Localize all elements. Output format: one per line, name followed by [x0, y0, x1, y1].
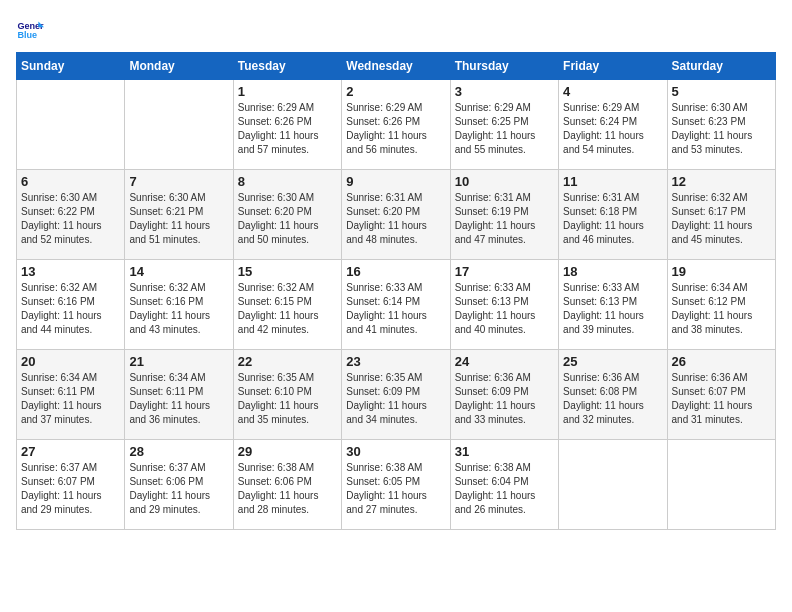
- calendar-cell: 4Sunrise: 6:29 AMSunset: 6:24 PMDaylight…: [559, 80, 667, 170]
- day-detail: Sunrise: 6:36 AMSunset: 6:07 PMDaylight:…: [672, 371, 771, 427]
- calendar-cell: 26Sunrise: 6:36 AMSunset: 6:07 PMDayligh…: [667, 350, 775, 440]
- calendar-cell: 24Sunrise: 6:36 AMSunset: 6:09 PMDayligh…: [450, 350, 558, 440]
- day-detail: Sunrise: 6:33 AMSunset: 6:14 PMDaylight:…: [346, 281, 445, 337]
- calendar-cell: 28Sunrise: 6:37 AMSunset: 6:06 PMDayligh…: [125, 440, 233, 530]
- day-number: 15: [238, 264, 337, 279]
- day-number: 17: [455, 264, 554, 279]
- day-number: 11: [563, 174, 662, 189]
- day-number: 19: [672, 264, 771, 279]
- day-number: 31: [455, 444, 554, 459]
- calendar-cell: 14Sunrise: 6:32 AMSunset: 6:16 PMDayligh…: [125, 260, 233, 350]
- weekday-header-row: SundayMondayTuesdayWednesdayThursdayFrid…: [17, 53, 776, 80]
- day-detail: Sunrise: 6:32 AMSunset: 6:17 PMDaylight:…: [672, 191, 771, 247]
- day-number: 14: [129, 264, 228, 279]
- page-header: General Blue: [16, 16, 776, 44]
- calendar-cell: [125, 80, 233, 170]
- weekday-header-tuesday: Tuesday: [233, 53, 341, 80]
- calendar-cell: 25Sunrise: 6:36 AMSunset: 6:08 PMDayligh…: [559, 350, 667, 440]
- calendar-cell: 30Sunrise: 6:38 AMSunset: 6:05 PMDayligh…: [342, 440, 450, 530]
- day-number: 27: [21, 444, 120, 459]
- day-detail: Sunrise: 6:29 AMSunset: 6:26 PMDaylight:…: [346, 101, 445, 157]
- day-number: 28: [129, 444, 228, 459]
- calendar-cell: [667, 440, 775, 530]
- calendar-cell: 19Sunrise: 6:34 AMSunset: 6:12 PMDayligh…: [667, 260, 775, 350]
- day-detail: Sunrise: 6:31 AMSunset: 6:18 PMDaylight:…: [563, 191, 662, 247]
- calendar-cell: 15Sunrise: 6:32 AMSunset: 6:15 PMDayligh…: [233, 260, 341, 350]
- day-detail: Sunrise: 6:35 AMSunset: 6:09 PMDaylight:…: [346, 371, 445, 427]
- day-detail: Sunrise: 6:38 AMSunset: 6:06 PMDaylight:…: [238, 461, 337, 517]
- day-number: 30: [346, 444, 445, 459]
- calendar-cell: [559, 440, 667, 530]
- day-number: 6: [21, 174, 120, 189]
- day-detail: Sunrise: 6:38 AMSunset: 6:05 PMDaylight:…: [346, 461, 445, 517]
- day-detail: Sunrise: 6:34 AMSunset: 6:11 PMDaylight:…: [129, 371, 228, 427]
- calendar-cell: 3Sunrise: 6:29 AMSunset: 6:25 PMDaylight…: [450, 80, 558, 170]
- day-detail: Sunrise: 6:30 AMSunset: 6:21 PMDaylight:…: [129, 191, 228, 247]
- day-detail: Sunrise: 6:36 AMSunset: 6:09 PMDaylight:…: [455, 371, 554, 427]
- day-detail: Sunrise: 6:34 AMSunset: 6:12 PMDaylight:…: [672, 281, 771, 337]
- day-number: 2: [346, 84, 445, 99]
- day-number: 22: [238, 354, 337, 369]
- weekday-header-wednesday: Wednesday: [342, 53, 450, 80]
- day-detail: Sunrise: 6:32 AMSunset: 6:15 PMDaylight:…: [238, 281, 337, 337]
- day-number: 1: [238, 84, 337, 99]
- calendar-cell: 9Sunrise: 6:31 AMSunset: 6:20 PMDaylight…: [342, 170, 450, 260]
- calendar-header: SundayMondayTuesdayWednesdayThursdayFrid…: [17, 53, 776, 80]
- calendar-cell: 5Sunrise: 6:30 AMSunset: 6:23 PMDaylight…: [667, 80, 775, 170]
- day-detail: Sunrise: 6:30 AMSunset: 6:20 PMDaylight:…: [238, 191, 337, 247]
- day-detail: Sunrise: 6:33 AMSunset: 6:13 PMDaylight:…: [563, 281, 662, 337]
- calendar-cell: 2Sunrise: 6:29 AMSunset: 6:26 PMDaylight…: [342, 80, 450, 170]
- weekday-header-friday: Friday: [559, 53, 667, 80]
- day-number: 29: [238, 444, 337, 459]
- calendar-cell: 13Sunrise: 6:32 AMSunset: 6:16 PMDayligh…: [17, 260, 125, 350]
- calendar-week-row: 13Sunrise: 6:32 AMSunset: 6:16 PMDayligh…: [17, 260, 776, 350]
- weekday-header-monday: Monday: [125, 53, 233, 80]
- calendar-table: SundayMondayTuesdayWednesdayThursdayFrid…: [16, 52, 776, 530]
- weekday-header-saturday: Saturday: [667, 53, 775, 80]
- day-detail: Sunrise: 6:30 AMSunset: 6:23 PMDaylight:…: [672, 101, 771, 157]
- day-number: 4: [563, 84, 662, 99]
- day-detail: Sunrise: 6:38 AMSunset: 6:04 PMDaylight:…: [455, 461, 554, 517]
- day-detail: Sunrise: 6:32 AMSunset: 6:16 PMDaylight:…: [129, 281, 228, 337]
- calendar-cell: 21Sunrise: 6:34 AMSunset: 6:11 PMDayligh…: [125, 350, 233, 440]
- calendar-cell: 23Sunrise: 6:35 AMSunset: 6:09 PMDayligh…: [342, 350, 450, 440]
- day-detail: Sunrise: 6:36 AMSunset: 6:08 PMDaylight:…: [563, 371, 662, 427]
- day-number: 21: [129, 354, 228, 369]
- calendar-cell: 18Sunrise: 6:33 AMSunset: 6:13 PMDayligh…: [559, 260, 667, 350]
- day-detail: Sunrise: 6:35 AMSunset: 6:10 PMDaylight:…: [238, 371, 337, 427]
- calendar-cell: 29Sunrise: 6:38 AMSunset: 6:06 PMDayligh…: [233, 440, 341, 530]
- day-detail: Sunrise: 6:32 AMSunset: 6:16 PMDaylight:…: [21, 281, 120, 337]
- logo-icon: General Blue: [16, 16, 44, 44]
- day-detail: Sunrise: 6:30 AMSunset: 6:22 PMDaylight:…: [21, 191, 120, 247]
- calendar-week-row: 27Sunrise: 6:37 AMSunset: 6:07 PMDayligh…: [17, 440, 776, 530]
- calendar-cell: 17Sunrise: 6:33 AMSunset: 6:13 PMDayligh…: [450, 260, 558, 350]
- calendar-cell: 31Sunrise: 6:38 AMSunset: 6:04 PMDayligh…: [450, 440, 558, 530]
- day-number: 7: [129, 174, 228, 189]
- weekday-header-sunday: Sunday: [17, 53, 125, 80]
- day-number: 12: [672, 174, 771, 189]
- day-detail: Sunrise: 6:29 AMSunset: 6:26 PMDaylight:…: [238, 101, 337, 157]
- weekday-header-thursday: Thursday: [450, 53, 558, 80]
- day-number: 23: [346, 354, 445, 369]
- calendar-cell: 27Sunrise: 6:37 AMSunset: 6:07 PMDayligh…: [17, 440, 125, 530]
- calendar-cell: 8Sunrise: 6:30 AMSunset: 6:20 PMDaylight…: [233, 170, 341, 260]
- svg-text:Blue: Blue: [17, 30, 37, 40]
- calendar-cell: 16Sunrise: 6:33 AMSunset: 6:14 PMDayligh…: [342, 260, 450, 350]
- calendar-cell: 1Sunrise: 6:29 AMSunset: 6:26 PMDaylight…: [233, 80, 341, 170]
- day-number: 24: [455, 354, 554, 369]
- day-number: 5: [672, 84, 771, 99]
- day-detail: Sunrise: 6:37 AMSunset: 6:07 PMDaylight:…: [21, 461, 120, 517]
- day-number: 3: [455, 84, 554, 99]
- day-detail: Sunrise: 6:31 AMSunset: 6:20 PMDaylight:…: [346, 191, 445, 247]
- day-number: 8: [238, 174, 337, 189]
- day-number: 25: [563, 354, 662, 369]
- logo: General Blue: [16, 16, 44, 44]
- calendar-week-row: 6Sunrise: 6:30 AMSunset: 6:22 PMDaylight…: [17, 170, 776, 260]
- calendar-week-row: 20Sunrise: 6:34 AMSunset: 6:11 PMDayligh…: [17, 350, 776, 440]
- calendar-cell: 12Sunrise: 6:32 AMSunset: 6:17 PMDayligh…: [667, 170, 775, 260]
- calendar-cell: 22Sunrise: 6:35 AMSunset: 6:10 PMDayligh…: [233, 350, 341, 440]
- calendar-cell: [17, 80, 125, 170]
- day-number: 16: [346, 264, 445, 279]
- day-detail: Sunrise: 6:29 AMSunset: 6:25 PMDaylight:…: [455, 101, 554, 157]
- calendar-cell: 11Sunrise: 6:31 AMSunset: 6:18 PMDayligh…: [559, 170, 667, 260]
